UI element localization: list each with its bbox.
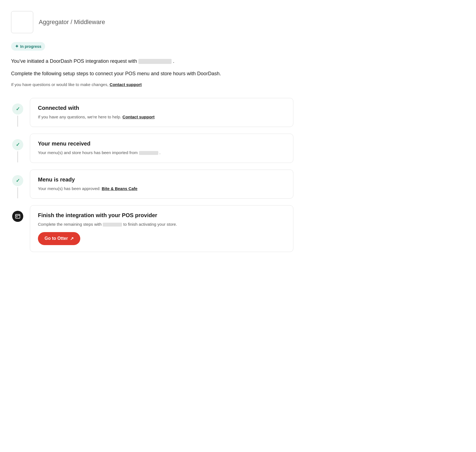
page-header: Aggregator / Middleware [11,11,293,33]
step-row-finish: Finish the integration with your POS pro… [11,205,293,252]
external-link-icon: ↗︎ [70,236,74,241]
contact-support-link-top[interactable]: Contact support [110,82,142,87]
step-circle-4 [12,211,23,222]
step-title-menu-received: Your menu received [38,141,285,147]
go-to-otter-button[interactable]: Go to Otter ↗︎ [38,232,80,245]
sparkle-icon: ✦ [15,44,19,49]
step-desc-menu-ready: Your menu(s) has been approved: Bite & B… [38,186,285,192]
step-desc-menu-received: Your menu(s) and store hours has been im… [38,150,285,156]
status-label: In progress [20,44,41,49]
step-circle-3: ✓ [12,175,23,186]
step-card-finish: Finish the integration with your POS pro… [30,205,293,252]
step-line-2 [17,151,18,162]
step-indicator-2: ✓ [11,139,24,162]
step-indicator-1: ✓ [11,103,24,127]
intro-text-1: You've initiated a DoorDash POS integrat… [11,57,293,65]
step-row-connected: ✓ Connected with If you have any questio… [11,98,293,127]
step-title-connected: Connected with [38,105,285,111]
step-title-menu-ready: Menu is ready [38,176,285,183]
step-card-connected: Connected with If you have any questions… [30,98,293,127]
intro-text-2: Complete the following setup steps to co… [11,70,293,78]
step-desc-finish: Complete the remaining steps with to fin… [38,221,285,228]
step-indicator-4 [11,211,24,222]
redacted-provider [138,59,172,64]
steps-container: ✓ Connected with If you have any questio… [11,98,293,259]
logo-box [11,11,33,33]
step-card-menu-ready: Menu is ready Your menu(s) has been appr… [30,170,293,199]
approved-menu-link[interactable]: Bite & Beans Cafe [102,186,137,191]
svg-rect-2 [16,216,17,217]
redacted-source [139,151,158,155]
support-line: If you have questions or would like to m… [11,82,293,87]
step-title-finish: Finish the integration with your POS pro… [38,212,285,219]
step-circle-1: ✓ [12,103,23,115]
step-row-menu-received: ✓ Your menu received Your menu(s) and st… [11,134,293,163]
step-line-3 [17,187,18,198]
svg-rect-0 [15,214,20,218]
step-card-menu-received: Your menu received Your menu(s) and stor… [30,134,293,163]
step-desc-connected: If you have any questions, we're here to… [38,114,285,120]
step-line-1 [17,116,18,127]
step-row-menu-ready: ✓ Menu is ready Your menu(s) has been ap… [11,170,293,199]
page-title: Aggregator / Middleware [39,19,105,26]
step-circle-2: ✓ [12,139,23,150]
step-indicator-3: ✓ [11,175,24,198]
status-badge: ✦ In progress [11,42,45,51]
go-to-button-label: Go to Otter [45,236,68,241]
redacted-provider-2 [103,223,122,227]
contact-support-link-step1[interactable]: Contact support [123,115,155,119]
